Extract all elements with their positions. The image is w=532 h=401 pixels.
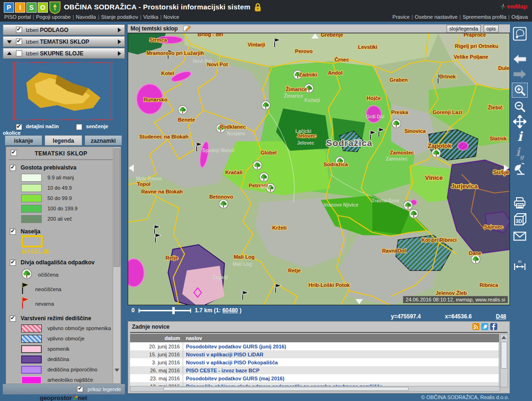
news-vertical-scrollbar[interactable]: [500, 334, 508, 387]
tool-measure[interactable]: m: [512, 257, 528, 272]
dumpsite-tree-icon[interactable]: [253, 161, 262, 170]
opis-button[interactable]: opis: [484, 25, 499, 33]
tool-forward[interactable]: [512, 67, 528, 82]
tool-gps[interactable]: [512, 162, 528, 177]
geoprostor-logo[interactable]: geoprostornet: [0, 394, 127, 401]
scale-ratio-link[interactable]: 60480: [222, 307, 238, 314]
tematski-checkbox[interactable]: [16, 39, 22, 45]
menu-item[interactable]: Sprememba profila: [463, 14, 506, 20]
scrollbar-thumb[interactable]: [501, 342, 507, 369]
accordion-tematski-sklop[interactable]: Izberi TEMATSKI SKLOP: [3, 36, 125, 47]
scroll-up-icon[interactable]: [501, 336, 506, 339]
news-link[interactable]: PISO CESTE - izvoz baze BCP: [186, 368, 259, 373]
sloji-legenda-button[interactable]: sloji/legenda: [447, 25, 481, 33]
podlago-checkbox[interactable]: [16, 27, 22, 33]
overview-map[interactable]: [12, 62, 114, 120]
top-menu-left: PISO portal|Pogoji uporabe|Navodila|Stan…: [4, 14, 179, 20]
legend-group-checkbox[interactable]: [10, 316, 16, 322]
skupne-checkbox[interactable]: [16, 50, 22, 56]
menu-item[interactable]: Stanje podatkov: [101, 14, 138, 20]
tool-mail[interactable]: [512, 229, 528, 244]
dumpsite-tree-icon[interactable]: [392, 119, 401, 128]
tool-back[interactable]: [512, 52, 528, 67]
expand-up-icon[interactable]: [7, 52, 12, 55]
dumpsite-tree-icon[interactable]: [471, 255, 480, 264]
legend-item: arheološko najdišče: [21, 375, 113, 384]
news-link[interactable]: Posodobitev podatkov GURS (junij 2016): [186, 344, 286, 349]
edit-title-icon[interactable]: [183, 25, 192, 32]
map-canvas[interactable]: StrmcaMramorovo pri LužarjihBrlog - delN…: [128, 33, 510, 305]
column-datum: datum: [130, 334, 183, 342]
pan-east-arrow[interactable]: [504, 164, 509, 172]
scroll-down-icon[interactable]: [115, 369, 119, 372]
legend-group-checkbox[interactable]: [10, 229, 16, 235]
dumpsite-tree-icon[interactable]: [432, 149, 441, 158]
legend-item: [21, 236, 113, 247]
tab-iskanje[interactable]: iskanje: [5, 135, 42, 146]
piso-logo[interactable]: PISO: [4, 2, 48, 13]
sencenje-okolice-checkbox[interactable]: [76, 124, 82, 130]
menu-item[interactable]: Novice: [163, 14, 179, 20]
menu-item[interactable]: Vizitka: [143, 14, 158, 20]
twitter-icon[interactable]: [481, 323, 488, 330]
tool-3d[interactable]: 3D: [512, 212, 528, 227]
menu-item[interactable]: Osebne nastavitve: [415, 14, 457, 20]
facebook-icon[interactable]: [490, 323, 497, 330]
legend-swatch: [21, 366, 42, 374]
collapse-icon[interactable]: [7, 40, 12, 44]
menu-item[interactable]: Navodila: [76, 14, 96, 20]
legend-group-checkbox[interactable]: [10, 165, 16, 171]
tab-zaznamki[interactable]: zaznamki: [85, 135, 122, 146]
dumpsite-tree-icon[interactable]: [178, 106, 187, 115]
accordion-skupne-sloje[interactable]: Izberi SKUPNE SLOJE: [3, 48, 125, 59]
dumpsite-tree-icon[interactable]: [219, 200, 228, 208]
news-table: datum naslov 20. junij 2016Posodobitev p…: [130, 334, 499, 390]
detajlni-nacin-checkbox[interactable]: [16, 124, 22, 130]
tematski-sklop-checkbox[interactable]: [11, 150, 17, 156]
news-horizontal-scrollbar[interactable]: [130, 386, 500, 392]
news-link[interactable]: Novosti v aplikaciji PISO LiDAR: [186, 352, 263, 357]
menu-item[interactable]: Pogoji uporabe: [36, 14, 71, 20]
tab-legenda[interactable]: legenda: [45, 135, 82, 146]
legend-group-checkbox[interactable]: [10, 260, 16, 266]
news-link[interactable]: Novosti v aplikaciji PISO Pokopališča: [186, 360, 278, 365]
rss-icon[interactable]: [472, 323, 479, 330]
pan-south-arrow[interactable]: [355, 299, 363, 304]
dumpsite-tree-icon[interactable]: [260, 173, 269, 182]
tool-print[interactable]: [512, 195, 528, 210]
overview-terrain: [12, 63, 114, 119]
map-label: Runarsko: [144, 97, 168, 102]
accordion-podlago[interactable]: Izberi PODLAGO: [3, 24, 125, 35]
prikaz-legende-checkbox[interactable]: [77, 386, 83, 392]
pan-north-arrow[interactable]: [311, 33, 319, 39]
legend-scrollbar[interactable]: [113, 147, 120, 383]
news-link[interactable]: Posodobitev podatkov GURS (maj 2016): [186, 376, 285, 381]
scrollbar-thumb[interactable]: [114, 148, 120, 267]
legend-swatch: [21, 345, 42, 353]
menu-item[interactable]: PISO portal: [4, 14, 31, 20]
tool-zoom-in[interactable]: [512, 83, 528, 98]
legend-item-label: dediščina priporočilno: [47, 367, 97, 372]
scrollbar-thumb[interactable]: [163, 387, 409, 391]
legend-item-label: 200 ali več: [47, 216, 72, 222]
legend-swatch: [21, 324, 42, 332]
ewmap-logo[interactable]: ewMap: [500, 3, 527, 10]
legend-item: 100 do 199.9: [21, 203, 113, 214]
pan-west-arrow[interactable]: [129, 164, 134, 172]
tool-pan[interactable]: [512, 114, 528, 129]
datum-link[interactable]: D48: [496, 313, 506, 320]
tool-info[interactable]: i: [512, 129, 528, 144]
legend-item: 200 ali več: [21, 214, 113, 224]
tool-full-extent[interactable]: [512, 26, 528, 41]
tool-info-group[interactable]: ig: [512, 146, 528, 161]
scale-slider[interactable]: [139, 308, 191, 313]
map-label: Levstiki: [358, 44, 378, 50]
dumpsite-tree-icon[interactable]: [409, 209, 418, 218]
menu-item[interactable]: Pravice: [393, 14, 410, 20]
tool-zoom-out[interactable]: [512, 99, 528, 114]
legend-item: vplivno območje: [21, 333, 113, 344]
dumpsite-tree-icon[interactable]: [404, 201, 413, 210]
map-label: Hojče: [367, 95, 381, 101]
menu-item[interactable]: Odjava: [511, 14, 528, 20]
dumpsite-tree-icon[interactable]: [262, 101, 270, 110]
